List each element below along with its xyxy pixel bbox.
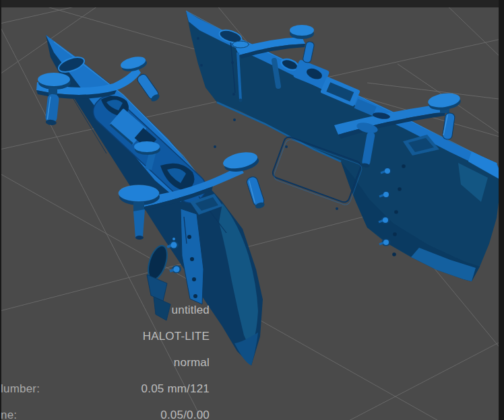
suction-disc [38, 73, 70, 86]
viewport-canvas[interactable] [0, 0, 504, 420]
slicer-viewport-window: untitled HALOT-LITE normal lumber: 0.05 … [0, 0, 504, 420]
support-peg [246, 176, 265, 207]
viewport-left-edge [0, 0, 1, 420]
suction-disc [290, 25, 314, 36]
hull-stub [154, 297, 170, 320]
mid-disc [134, 141, 160, 152]
window-top-bar [0, 0, 504, 7]
support-peg [442, 112, 455, 140]
viewport-right-edge [499, 0, 504, 420]
support-peg [133, 209, 145, 238]
suction-disc [232, 41, 249, 48]
